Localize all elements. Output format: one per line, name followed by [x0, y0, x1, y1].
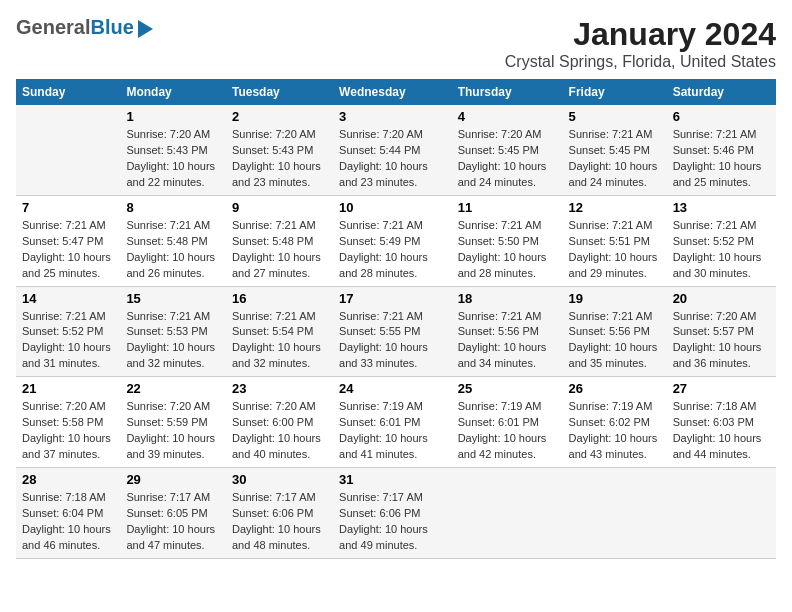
daylight-hours: Daylight: 10 hours and 37 minutes. — [22, 432, 111, 460]
sunset-time: Sunset: 5:48 PM — [232, 235, 313, 247]
day-info: Sunrise: 7:20 AMSunset: 5:57 PMDaylight:… — [673, 309, 770, 373]
sunrise-time: Sunrise: 7:21 AM — [232, 310, 316, 322]
calendar-cell — [452, 468, 563, 559]
sunrise-time: Sunrise: 7:21 AM — [126, 219, 210, 231]
column-header-sunday: Sunday — [16, 79, 120, 105]
day-info: Sunrise: 7:21 AMSunset: 5:48 PMDaylight:… — [232, 218, 327, 282]
calendar-cell: 12Sunrise: 7:21 AMSunset: 5:51 PMDayligh… — [563, 195, 667, 286]
logo-blue: Blue — [90, 16, 133, 39]
sunset-time: Sunset: 5:56 PM — [458, 325, 539, 337]
day-info: Sunrise: 7:21 AMSunset: 5:51 PMDaylight:… — [569, 218, 661, 282]
column-header-friday: Friday — [563, 79, 667, 105]
sunrise-time: Sunrise: 7:21 AM — [673, 219, 757, 231]
daylight-hours: Daylight: 10 hours and 27 minutes. — [232, 251, 321, 279]
day-number: 12 — [569, 200, 661, 215]
sunrise-time: Sunrise: 7:20 AM — [232, 400, 316, 412]
day-number: 31 — [339, 472, 446, 487]
daylight-hours: Daylight: 10 hours and 30 minutes. — [673, 251, 762, 279]
sunrise-time: Sunrise: 7:21 AM — [126, 310, 210, 322]
calendar-cell: 29Sunrise: 7:17 AMSunset: 6:05 PMDayligh… — [120, 468, 226, 559]
daylight-hours: Daylight: 10 hours and 41 minutes. — [339, 432, 428, 460]
day-number: 17 — [339, 291, 446, 306]
day-number: 4 — [458, 109, 557, 124]
column-header-saturday: Saturday — [667, 79, 776, 105]
day-number: 14 — [22, 291, 114, 306]
calendar-cell: 18Sunrise: 7:21 AMSunset: 5:56 PMDayligh… — [452, 286, 563, 377]
day-number: 10 — [339, 200, 446, 215]
day-number: 6 — [673, 109, 770, 124]
sunrise-time: Sunrise: 7:19 AM — [569, 400, 653, 412]
day-info: Sunrise: 7:21 AMSunset: 5:56 PMDaylight:… — [458, 309, 557, 373]
calendar-cell: 5Sunrise: 7:21 AMSunset: 5:45 PMDaylight… — [563, 105, 667, 195]
week-row-5: 28Sunrise: 7:18 AMSunset: 6:04 PMDayligh… — [16, 468, 776, 559]
day-number: 30 — [232, 472, 327, 487]
day-number: 8 — [126, 200, 220, 215]
calendar-cell: 27Sunrise: 7:18 AMSunset: 6:03 PMDayligh… — [667, 377, 776, 468]
daylight-hours: Daylight: 10 hours and 22 minutes. — [126, 160, 215, 188]
sunset-time: Sunset: 5:50 PM — [458, 235, 539, 247]
calendar-cell: 3Sunrise: 7:20 AMSunset: 5:44 PMDaylight… — [333, 105, 452, 195]
sunset-time: Sunset: 5:49 PM — [339, 235, 420, 247]
day-info: Sunrise: 7:17 AMSunset: 6:06 PMDaylight:… — [232, 490, 327, 554]
page-title: January 2024 — [505, 16, 776, 53]
calendar-cell: 8Sunrise: 7:21 AMSunset: 5:48 PMDaylight… — [120, 195, 226, 286]
daylight-hours: Daylight: 10 hours and 34 minutes. — [458, 341, 547, 369]
sunset-time: Sunset: 6:01 PM — [458, 416, 539, 428]
calendar-cell: 17Sunrise: 7:21 AMSunset: 5:55 PMDayligh… — [333, 286, 452, 377]
sunset-time: Sunset: 5:46 PM — [673, 144, 754, 156]
day-info: Sunrise: 7:21 AMSunset: 5:47 PMDaylight:… — [22, 218, 114, 282]
sunrise-time: Sunrise: 7:20 AM — [232, 128, 316, 140]
calendar-cell: 22Sunrise: 7:20 AMSunset: 5:59 PMDayligh… — [120, 377, 226, 468]
day-number: 20 — [673, 291, 770, 306]
day-number: 25 — [458, 381, 557, 396]
sunset-time: Sunset: 6:03 PM — [673, 416, 754, 428]
calendar-cell: 28Sunrise: 7:18 AMSunset: 6:04 PMDayligh… — [16, 468, 120, 559]
sunrise-time: Sunrise: 7:20 AM — [126, 128, 210, 140]
sunrise-time: Sunrise: 7:21 AM — [339, 219, 423, 231]
calendar-cell: 6Sunrise: 7:21 AMSunset: 5:46 PMDaylight… — [667, 105, 776, 195]
sunset-time: Sunset: 6:06 PM — [339, 507, 420, 519]
sunrise-time: Sunrise: 7:17 AM — [339, 491, 423, 503]
sunset-time: Sunset: 6:04 PM — [22, 507, 103, 519]
day-number: 15 — [126, 291, 220, 306]
sunset-time: Sunset: 5:47 PM — [22, 235, 103, 247]
sunrise-time: Sunrise: 7:21 AM — [22, 219, 106, 231]
daylight-hours: Daylight: 10 hours and 48 minutes. — [232, 523, 321, 551]
sunset-time: Sunset: 5:53 PM — [126, 325, 207, 337]
day-number: 27 — [673, 381, 770, 396]
sunset-time: Sunset: 6:00 PM — [232, 416, 313, 428]
day-number: 28 — [22, 472, 114, 487]
calendar-cell: 7Sunrise: 7:21 AMSunset: 5:47 PMDaylight… — [16, 195, 120, 286]
logo: General Blue — [16, 16, 153, 39]
day-info: Sunrise: 7:19 AMSunset: 6:01 PMDaylight:… — [458, 399, 557, 463]
daylight-hours: Daylight: 10 hours and 42 minutes. — [458, 432, 547, 460]
day-number: 21 — [22, 381, 114, 396]
sunset-time: Sunset: 6:05 PM — [126, 507, 207, 519]
daylight-hours: Daylight: 10 hours and 49 minutes. — [339, 523, 428, 551]
day-number: 29 — [126, 472, 220, 487]
sunset-time: Sunset: 5:43 PM — [126, 144, 207, 156]
calendar-cell: 15Sunrise: 7:21 AMSunset: 5:53 PMDayligh… — [120, 286, 226, 377]
day-number: 22 — [126, 381, 220, 396]
sunrise-time: Sunrise: 7:20 AM — [458, 128, 542, 140]
daylight-hours: Daylight: 10 hours and 25 minutes. — [22, 251, 111, 279]
sunrise-time: Sunrise: 7:19 AM — [339, 400, 423, 412]
sunset-time: Sunset: 5:52 PM — [673, 235, 754, 247]
calendar-cell: 13Sunrise: 7:21 AMSunset: 5:52 PMDayligh… — [667, 195, 776, 286]
title-block: January 2024 Crystal Springs, Florida, U… — [505, 16, 776, 71]
calendar-cell: 21Sunrise: 7:20 AMSunset: 5:58 PMDayligh… — [16, 377, 120, 468]
daylight-hours: Daylight: 10 hours and 35 minutes. — [569, 341, 658, 369]
daylight-hours: Daylight: 10 hours and 44 minutes. — [673, 432, 762, 460]
week-row-1: 1Sunrise: 7:20 AMSunset: 5:43 PMDaylight… — [16, 105, 776, 195]
daylight-hours: Daylight: 10 hours and 46 minutes. — [22, 523, 111, 551]
sunset-time: Sunset: 5:52 PM — [22, 325, 103, 337]
daylight-hours: Daylight: 10 hours and 39 minutes. — [126, 432, 215, 460]
calendar-cell: 26Sunrise: 7:19 AMSunset: 6:02 PMDayligh… — [563, 377, 667, 468]
day-info: Sunrise: 7:21 AMSunset: 5:49 PMDaylight:… — [339, 218, 446, 282]
calendar-cell: 19Sunrise: 7:21 AMSunset: 5:56 PMDayligh… — [563, 286, 667, 377]
sunset-time: Sunset: 5:45 PM — [458, 144, 539, 156]
column-header-thursday: Thursday — [452, 79, 563, 105]
day-info: Sunrise: 7:20 AMSunset: 5:43 PMDaylight:… — [126, 127, 220, 191]
page-subtitle: Crystal Springs, Florida, United States — [505, 53, 776, 71]
sunset-time: Sunset: 5:57 PM — [673, 325, 754, 337]
